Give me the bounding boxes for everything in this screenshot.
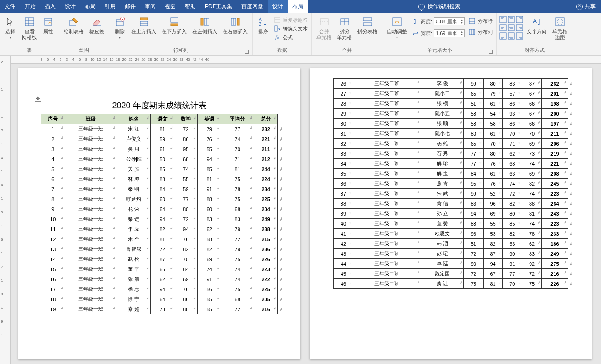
height-spinner[interactable]: 0.88 厘米▲▼ (434, 17, 465, 25)
grades-table[interactable]: 序号↲班级↲姓名↲语文↲数学↲英语↲平均分↲总分↲1↲三年级一班↲宋 江↲81↲… (41, 114, 278, 314)
table-header[interactable]: 总分↲ (254, 114, 278, 124)
table-row[interactable]: 19↲三年级一班↲索 超↲73↲88↲55↲72↲216↲↲ (41, 304, 278, 314)
vertical-ruler[interactable]: 2112131415161718191 (0, 56, 11, 364)
menu-tab-6[interactable]: 邮件 (120, 0, 140, 13)
table-row[interactable]: 38↲三年级二班↲黄 信↲86↲96↲82↲88↲264↲↲ (334, 199, 568, 209)
menu-tab-9[interactable]: 帮助 (180, 0, 200, 13)
draw-table-button[interactable]: 绘制表格 (62, 15, 86, 35)
align-bot-left-button[interactable] (499, 32, 507, 40)
table-row[interactable]: 8↲三年级一班↲呼延灼↲60↲77↲88↲75↲225↲↲ (41, 194, 278, 204)
menu-tab-10[interactable]: PDF工具集 (200, 0, 237, 13)
table-header[interactable]: 英语↲ (198, 114, 221, 124)
table-row[interactable]: 7↲三年级一班↲秦 明↲84↲59↲91↲78↲234↲↲ (41, 184, 278, 194)
table-row[interactable]: 2↲三年级一班↲卢俊义↲59↲86↲76↲74↲221↲↲ (41, 134, 278, 144)
table-row[interactable]: 12↲三年级一班↲朱 仝↲81↲76↲58↲72↲215↲↲ (41, 234, 278, 244)
table-row[interactable]: 40↲三年级二班↲宣 赞↲83↲55↲85↲74↲223↲↲ (334, 219, 568, 229)
table-row[interactable]: 45↲三年级二班↲魏定国↲72↲67↲77↲72↲216↲↲ (334, 269, 568, 279)
table-row[interactable]: 34↲三年级二班↲解 珍↲77↲76↲68↲74↲221↲↲ (334, 159, 568, 169)
menu-tab-7[interactable]: 审阅 (140, 0, 160, 13)
autofit-button[interactable]: 自动调整▾ (385, 15, 409, 40)
sort-button[interactable]: AZ 排序 (255, 15, 271, 35)
menu-tab-1[interactable]: 开始 (20, 0, 40, 13)
table-row[interactable]: 28↲三年级二班↲张 横↲51↲61↲86↲66↲198↲↲ (334, 99, 568, 109)
table-row[interactable]: 36↲三年级二班↲燕 青↲95↲76↲74↲82↲245↲↲ (334, 179, 568, 189)
row-height-control[interactable]: 高度: 0.88 厘米▲▼ (411, 17, 466, 26)
table-row[interactable]: 42↲三年级二班↲韩 滔↲51↲82↲53↲62↲186↲↲ (334, 239, 568, 249)
table-header[interactable]: 班级↲ (65, 114, 117, 124)
cell-margins-button[interactable]: 单元格 边距 (550, 15, 569, 41)
table-row[interactable]: 10↲三年级一班↲柴 进↲94↲72↲83↲83↲249↲↲ (41, 214, 278, 224)
table-row[interactable]: 6↲三年级一班↲林 冲↲88↲55↲81↲75↲224↲↲ (41, 174, 278, 184)
distribute-rows-button[interactable]: 分布行 (468, 17, 494, 25)
convert-to-text-button[interactable]: 转换为文本 (273, 25, 309, 33)
menu-tab-0[interactable]: 文件 (0, 0, 20, 13)
distribute-cols-button[interactable]: 分布列 (468, 28, 494, 36)
table-row[interactable]: 29↲三年级二班↲阮小五↲53↲54↲93↲67↲200↲↲ (334, 109, 568, 119)
menu-tab-5[interactable]: 引用 (100, 0, 120, 13)
table-row[interactable]: 39↲三年级二班↲孙 立↲94↲69↲80↲81↲243↲↲ (334, 209, 568, 219)
dialog-launcher-icon[interactable] (489, 50, 493, 54)
align-mid-left-button[interactable] (499, 24, 507, 31)
view-gridlines-button[interactable]: 查看 网格线 (20, 15, 39, 41)
align-top-center-button[interactable] (508, 16, 515, 23)
select-button[interactable]: 选择▾ (3, 15, 18, 40)
insert-below-button[interactable]: 在下方插入 (160, 15, 188, 35)
eraser-button[interactable]: 橡皮擦 (87, 15, 106, 35)
table-row[interactable]: 15↲三年级一班↲董 平↲65↲84↲74↲74↲223↲↲ (41, 264, 278, 274)
table-row[interactable]: 14↲三年级一班↲武 松↲87↲70↲69↲75↲226↲↲ (41, 254, 278, 264)
align-top-right-button[interactable] (516, 16, 523, 23)
table-row[interactable]: 4↲三年级一班↲公孙胜↲50↲68↲94↲71↲212↲↲ (41, 154, 278, 164)
formula-button[interactable]: fx 公式 (273, 33, 309, 41)
table-row[interactable]: 11↲三年级一班↲李 应↲82↲94↲62↲79↲238↲↲ (41, 224, 278, 234)
table-header[interactable]: 姓名↲ (117, 114, 151, 124)
align-bot-center-button[interactable] (508, 32, 515, 40)
table-row[interactable]: 13↲三年级一班↲鲁智深↲72↲82↲82↲79↲236↲↲ (41, 244, 278, 254)
align-mid-center-button[interactable] (508, 24, 515, 31)
table-row[interactable]: 9↲三年级一班↲花 荣↲64↲80↲60↲68↲204↲↲ (41, 204, 278, 214)
properties-button[interactable]: 属性 (41, 15, 56, 35)
insert-above-button[interactable]: 在上方插入 (129, 15, 158, 35)
table-row[interactable]: 26↲三年级二班↲李 俊↲99↲80↲83↲87↲262↲↲ (334, 79, 568, 89)
page-canvas[interactable]: ✥ 2020 年度期末成绩统计表 序号↲班级↲姓名↲语文↲数学↲英语↲平均分↲总… (11, 64, 601, 364)
delete-button[interactable]: 删除▾ (112, 15, 127, 40)
table-row[interactable]: 35↲三年级二班↲解 宝↲84↲61↲63↲69↲208↲↲ (334, 169, 568, 179)
tab-selector-icon[interactable] (13, 57, 17, 61)
table-row[interactable]: 17↲三年级一班↲杨 志↲94↲76↲56↲75↲225↲↲ (41, 284, 278, 294)
table-row[interactable]: 31↲三年级二班↲阮小七↲80↲61↲70↲70↲211↲↲ (334, 129, 568, 139)
menu-tab-13[interactable]: 布局 (288, 0, 308, 13)
table-header[interactable]: 数学↲ (174, 114, 198, 124)
horizontal-ruler[interactable]: 8642246810121416182022242628303234363840… (11, 56, 601, 64)
align-top-left-button[interactable] (499, 16, 507, 23)
menu-tab-3[interactable]: 设计 (60, 0, 80, 13)
table-row[interactable]: 1↲三年级一班↲宋 江↲81↲72↲79↲77↲232↲↲ (41, 124, 278, 134)
table-row[interactable]: 5↲三年级一班↲关 胜↲85↲74↲85↲81↲244↲↲ (41, 164, 278, 174)
menu-tab-12[interactable]: 设计 (268, 0, 288, 13)
table-row[interactable]: 46↲三年级二班↲萧 让↲75↲81↲70↲75↲226↲↲ (334, 279, 568, 289)
table-move-handle[interactable]: ✥ (35, 96, 41, 102)
dialog-launcher-icon[interactable] (245, 50, 249, 54)
table-header[interactable]: 序号↲ (41, 114, 65, 124)
split-table-button[interactable]: 拆分表格 (356, 15, 379, 35)
table-row[interactable]: 32↲三年级二班↲杨 雄↲65↲70↲71↲69↲206↲↲ (334, 139, 568, 149)
share-button[interactable]: 共享 (571, 3, 601, 10)
width-spinner[interactable]: 1.69 厘米▲▼ (434, 29, 465, 37)
table-row[interactable]: 27↲三年级二班↲阮小二↲65↲79↲57↲67↲201↲↲ (334, 89, 568, 99)
table-row[interactable]: 37↲三年级二班↲朱 武↲99↲52↲72↲74↲223↲↲ (334, 189, 568, 199)
text-direction-button[interactable]: A 文字方向 (525, 15, 549, 35)
table-row[interactable]: 44↲三年级二班↲单 廷↲90↲94↲91↲92↲275↲↲ (334, 259, 568, 269)
table-row[interactable]: 16↲三年级一班↲张 清↲62↲69↲91↲74↲222↲↲ (41, 274, 278, 284)
grades-table-continued[interactable]: 26↲三年级二班↲李 俊↲99↲80↲83↲87↲262↲↲27↲三年级二班↲阮… (333, 78, 568, 289)
table-row[interactable]: 33↲三年级二班↲石 秀↲77↲80↲62↲73↲219↲↲ (334, 149, 568, 159)
table-row[interactable]: 43↲三年级二班↲彭 玘↲72↲87↲90↲83↲249↲↲ (334, 249, 568, 259)
table-header[interactable]: 平均分↲ (221, 114, 254, 124)
menu-tab-11[interactable]: 百度网盘 (237, 0, 268, 13)
menu-tab-8[interactable]: 视图 (160, 0, 180, 13)
insert-left-button[interactable]: 在左侧插入 (190, 15, 219, 35)
tell-me-search[interactable]: 操作说明搜索 (414, 3, 465, 10)
table-row[interactable]: 30↲三年级二班↲张 顺↲53↲58↲86↲66↲197↲↲ (334, 119, 568, 129)
col-width-control[interactable]: 宽度: 1.69 厘米▲▼ (411, 29, 466, 38)
align-bot-right-button[interactable] (516, 32, 523, 40)
table-row[interactable]: 18↲三年级一班↲徐 宁↲64↲86↲55↲68↲205↲↲ (41, 294, 278, 304)
split-cells-button[interactable]: 拆分 单元格 (335, 15, 354, 41)
table-row[interactable]: 41↲三年级二班↲欧思文↲98↲53↲82↲78↲233↲↲ (334, 229, 568, 239)
